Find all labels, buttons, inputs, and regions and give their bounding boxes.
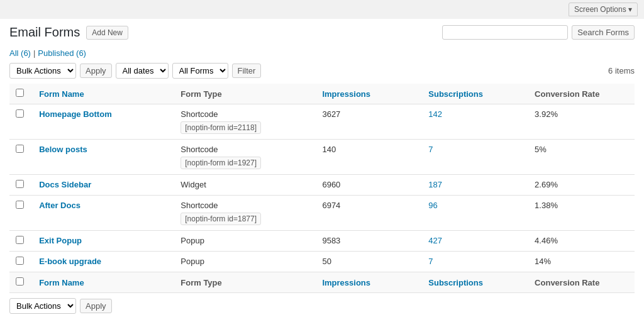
screen-options-button[interactable]: Screen Options ▾ [569,3,638,16]
table-nav-bottom: Bulk Actions Apply [9,298,635,314]
table-header-row: Form Name Form Type Impressions Subscrip… [9,84,635,104]
apply-bottom-button[interactable]: Apply [80,299,112,313]
subscriptions-cell-1: 7 [422,140,528,175]
conversion-rate-footer-column-header: Conversion Rate [528,272,635,293]
subscriptions-footer-sort-link[interactable]: Subscriptions [428,278,483,287]
form-type-cell-0: Shortcode[noptin-form id=2118] [174,104,316,140]
form-name-link-4[interactable]: Exit Popup [39,236,82,245]
select-all-footer-checkbox[interactable] [16,277,24,286]
select-all-column [9,84,33,104]
conversion-rate-cell-4: 4.46% [528,231,635,252]
select-all-footer-column [9,272,33,293]
subscriptions-cell-2: 187 [422,175,528,196]
form-name-link-5[interactable]: E-book upgrade [39,257,101,266]
all-filter-link[interactable]: All (6) [9,48,31,58]
table-footer-row: Form Name Form Type Impressions Subscrip… [9,272,635,293]
search-input[interactable] [442,25,568,40]
subscriptions-link-5[interactable]: 7 [428,257,433,266]
impressions-cell-3: 6974 [316,196,422,231]
form-name-link-0[interactable]: Homepage Bottom [39,109,112,119]
apply-button[interactable]: Apply [80,64,112,78]
shortcode-box-1: [noptin-form id=1927] [180,157,261,169]
row-checkbox-4[interactable] [16,236,24,244]
subscriptions-column-header: Subscriptions [422,84,528,104]
subscriptions-cell-4: 427 [422,231,528,252]
search-forms-button[interactable]: Search Forms [572,25,635,40]
impressions-cell-1: 140 [316,140,422,175]
form-type-cell-5: Popup [174,252,316,272]
forms-table: Form Name Form Type Impressions Subscrip… [9,84,635,293]
row-checkbox-1[interactable] [16,145,24,153]
impressions-cell-5: 50 [316,252,422,272]
form-type-column-header: Form Type [174,84,316,104]
conversion-rate-cell-0: 3.92% [528,104,635,140]
conversion-rate-cell-5: 14% [528,252,635,272]
impressions-cell-2: 6960 [316,175,422,196]
dates-filter-select[interactable]: All dates [116,63,169,79]
filter-button[interactable]: Filter [232,64,262,78]
row-checkbox-2[interactable] [16,180,24,188]
subscriptions-link-1[interactable]: 7 [428,145,433,154]
subscriptions-link-4[interactable]: 427 [428,236,442,245]
add-new-button[interactable]: Add New [86,26,128,40]
filter-links: All (6) | Published (6) [9,48,635,58]
impressions-footer-sort-link[interactable]: Impressions [322,278,370,287]
subscriptions-footer-column-header: Subscriptions [422,272,528,293]
impressions-cell-0: 3627 [316,104,422,140]
form-name-column-header: Form Name [33,84,174,104]
shortcode-box-3: [noptin-form id=1877] [180,213,261,225]
subscriptions-sort-link[interactable]: Subscriptions [428,89,483,99]
form-name-link-2[interactable]: Docs Sidebar [39,180,91,189]
table-row: E-book upgradePopup50714% [9,252,635,272]
subscriptions-link-2[interactable]: 187 [428,180,442,189]
impressions-footer-column-header: Impressions [316,272,422,293]
table-row: Below postsShortcode[noptin-form id=1927… [9,140,635,175]
form-type-footer-column-header: Form Type [174,272,316,293]
form-name-link-1[interactable]: Below posts [39,145,87,154]
form-type-cell-3: Shortcode[noptin-form id=1877] [174,196,316,231]
forms-filter-select[interactable]: All Forms [172,63,228,79]
form-name-sort-link[interactable]: Form Name [39,89,84,99]
form-name-link-3[interactable]: After Docs [39,201,80,210]
form-name-footer-column-header: Form Name [33,272,174,293]
table-body: Homepage BottomShortcode[noptin-form id=… [9,104,635,272]
table-nav-top: Bulk Actions Apply All dates All Forms F… [9,63,635,79]
select-all-checkbox[interactable] [16,89,24,97]
subscriptions-cell-5: 7 [422,252,528,272]
shortcode-box-0: [noptin-form id=2118] [180,121,261,134]
conversion-rate-cell-2: 2.69% [528,175,635,196]
row-checkbox-0[interactable] [16,109,24,118]
subscriptions-cell-0: 142 [422,104,528,140]
subscriptions-link-3[interactable]: 96 [428,201,437,210]
impressions-cell-4: 9583 [316,231,422,252]
table-row: Docs SidebarWidget69601872.69% [9,175,635,196]
items-count: 6 items [608,66,635,75]
row-checkbox-3[interactable] [16,201,24,209]
subscriptions-link-0[interactable]: 142 [428,109,442,119]
table-row: Exit PopupPopup95834274.46% [9,231,635,252]
table-row: Homepage BottomShortcode[noptin-form id=… [9,104,635,140]
bulk-actions-select[interactable]: Bulk Actions [9,63,76,79]
published-filter-link[interactable]: Published (6) [38,48,86,58]
page-title: Email Forms [9,25,80,40]
conversion-rate-column-header: Conversion Rate [528,84,635,104]
conversion-rate-cell-3: 1.38% [528,196,635,231]
form-type-cell-1: Shortcode[noptin-form id=1927] [174,140,316,175]
impressions-column-header: Impressions [316,84,422,104]
form-type-cell-4: Popup [174,231,316,252]
row-checkbox-5[interactable] [16,257,24,265]
conversion-rate-cell-1: 5% [528,140,635,175]
bulk-actions-bottom-select[interactable]: Bulk Actions [9,298,76,314]
form-name-footer-sort-link[interactable]: Form Name [39,278,84,287]
impressions-sort-link[interactable]: Impressions [322,89,370,99]
subscriptions-cell-3: 96 [422,196,528,231]
form-type-cell-2: Widget [174,175,316,196]
table-row: After DocsShortcode[noptin-form id=1877]… [9,196,635,231]
